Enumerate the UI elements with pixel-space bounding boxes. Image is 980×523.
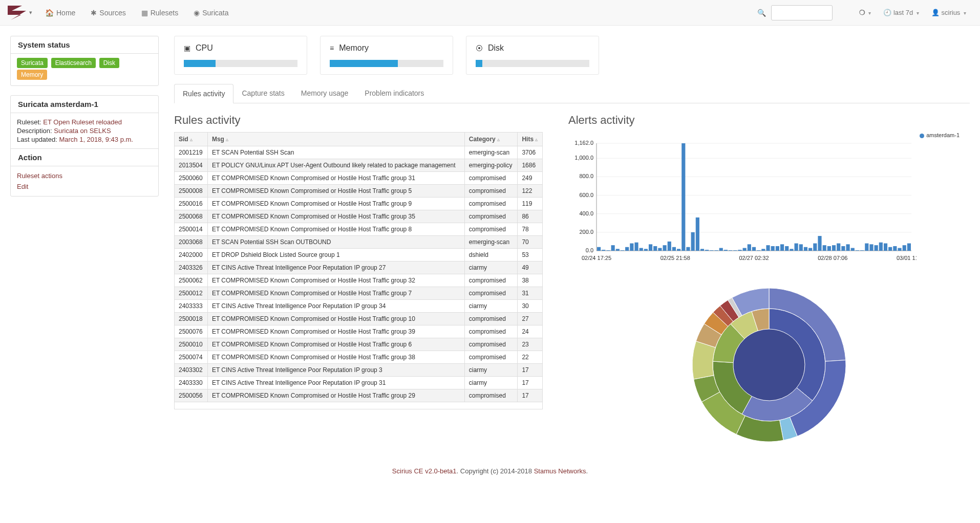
nav-sources[interactable]: ✱ Sources: [83, 0, 133, 26]
cell-category: ciarmy: [464, 300, 518, 313]
table-row[interactable]: 2003068ET SCAN Potential SSH Scan OUTBOU…: [175, 236, 543, 249]
table-row[interactable]: 2500010ET COMPROMISED Known Compromised …: [175, 338, 543, 351]
sort-icon: ▵: [497, 137, 500, 142]
memory-label: Memory: [339, 43, 369, 53]
cell-sid: 2500060: [175, 172, 208, 185]
cell-sid: 2500008: [175, 185, 208, 198]
cell-msg: ET COMPROMISED Known Compromised or Host…: [207, 185, 464, 198]
svg-rect-67: [832, 245, 836, 251]
svg-rect-54: [771, 246, 775, 251]
cell-msg: ET CINS Active Threat Intelligence Poor …: [207, 377, 464, 389]
updated-link[interactable]: March 1, 2018, 9:43 p.m.: [59, 136, 133, 143]
svg-rect-41: [710, 250, 713, 251]
cell-category: compromised: [464, 198, 518, 210]
svg-rect-45: [729, 250, 732, 251]
memory-gauge: ≡Memory: [320, 36, 453, 75]
ruleset-link[interactable]: ET Open Ruleset reloaded: [43, 118, 122, 126]
svg-rect-23: [625, 247, 629, 251]
table-row[interactable]: 2500008ET COMPROMISED Known Compromised …: [175, 185, 543, 198]
cell-msg: ET COMPROMISED Known Compromised or Host…: [207, 172, 464, 185]
svg-rect-83: [907, 244, 911, 251]
search-input[interactable]: [771, 5, 833, 20]
cell-hits: 249: [518, 172, 543, 185]
table-row[interactable]: 2500068ET COMPROMISED Known Compromised …: [175, 210, 543, 223]
table-row[interactable]: 2403330ET CINS Active Threat Intelligenc…: [175, 377, 543, 389]
chevron-down-icon: ▾: [29, 9, 32, 16]
col-hits[interactable]: Hits▵: [518, 133, 543, 146]
user-label: scirius: [942, 9, 961, 16]
cell-msg: ET DROP Dshield Block Listed Source grou…: [207, 249, 464, 262]
table-row[interactable]: 2500076ET COMPROMISED Known Compromised …: [175, 325, 543, 338]
tab-rules-activity[interactable]: Rules activity: [174, 84, 233, 103]
help-icon: ❍: [859, 9, 865, 16]
cell-sid: 2403330: [175, 377, 208, 389]
table-row[interactable]: 2500018ET COMPROMISED Known Compromised …: [175, 313, 543, 325]
brand-logo[interactable]: ▾: [8, 6, 32, 20]
table-row[interactable]: 2402000ET DROP Dshield Block Listed Sour…: [175, 249, 543, 262]
status-badge-elastic[interactable]: Elasticsearch: [51, 58, 96, 68]
footer-company-link[interactable]: Stamus Networks: [534, 467, 586, 475]
tab-memory-usage[interactable]: Memory usage: [293, 84, 357, 103]
tab-capture-stats[interactable]: Capture stats: [233, 84, 292, 103]
footer-copy: . Copyright (c) 2014-2018: [457, 467, 534, 475]
svg-rect-70: [846, 244, 849, 251]
alerts-bar-chart: 0.0200.0400.0600.0800.01,000.01,162.002/…: [568, 138, 917, 266]
search-icon[interactable]: 🔍: [757, 9, 766, 17]
ruleset-actions-link[interactable]: Ruleset actions: [17, 170, 152, 181]
table-row[interactable]: 2500016ET COMPROMISED Known Compromised …: [175, 198, 543, 210]
nav-suricata[interactable]: ◉ Suricata: [186, 0, 236, 26]
svg-rect-68: [837, 244, 840, 251]
table-row[interactable]: 2500060ET COMPROMISED Known Compromised …: [175, 172, 543, 185]
cell-msg: ET CINS Active Threat Intelligence Poor …: [207, 262, 464, 274]
table-row[interactable]: 2500012ET COMPROMISED Known Compromised …: [175, 287, 543, 300]
svg-text:800.0: 800.0: [579, 173, 593, 179]
table-row[interactable]: 2500056ET COMPROMISED Known Compromised …: [175, 389, 543, 402]
table-row[interactable]: 2001219ET SCAN Potential SSH Scanemergin…: [175, 146, 543, 159]
svg-rect-75: [869, 244, 873, 251]
cell-sid: 2003068: [175, 236, 208, 249]
timerange-menu[interactable]: 🕘 last 7d ▾: [877, 9, 925, 16]
ruleset-label: Ruleset:: [17, 118, 41, 126]
col-msg[interactable]: Msg▵: [207, 133, 464, 146]
col-category[interactable]: Category▵: [464, 133, 518, 146]
footer-product-link[interactable]: Scirius CE v2.0-beta1: [392, 467, 457, 475]
cell-category: compromised: [464, 223, 518, 236]
status-badge-suricata[interactable]: Suricata: [17, 58, 48, 68]
footer-end: .: [586, 467, 588, 475]
cell-msg: ET COMPROMISED Known Compromised or Host…: [207, 338, 464, 351]
table-row[interactable]: 2500074ET COMPROMISED Known Compromised …: [175, 351, 543, 364]
action-title: Action: [11, 148, 158, 166]
table-row[interactable]: 2403326ET CINS Active Threat Intelligenc…: [175, 262, 543, 274]
status-badge-disk[interactable]: Disk: [99, 58, 119, 68]
status-badge-memory[interactable]: Memory: [17, 70, 47, 80]
svg-rect-25: [634, 243, 638, 251]
cell-sid: 2500062: [175, 274, 208, 287]
edit-link[interactable]: Edit: [17, 181, 152, 192]
svg-rect-18: [602, 250, 605, 251]
svg-rect-79: [888, 247, 892, 251]
nav-rulesets[interactable]: ▦ Rulesets: [134, 0, 186, 26]
tabs-container: Rules activity Capture stats Memory usag…: [174, 84, 970, 103]
desc-link[interactable]: Suricata on SELKS: [54, 127, 111, 135]
grid-icon: ▦: [141, 9, 148, 17]
cell-hits: 27: [518, 313, 543, 325]
table-row[interactable]: 2013504ET POLICY GNU/Linux APT User-Agen…: [175, 159, 543, 172]
svg-rect-50: [752, 247, 756, 251]
tab-problem-indicators[interactable]: Problem indicators: [356, 84, 432, 103]
svg-rect-58: [790, 249, 793, 251]
col-sid[interactable]: Sid▵: [175, 133, 208, 146]
svg-rect-80: [893, 246, 897, 251]
table-row[interactable]: 2500014ET COMPROMISED Known Compromised …: [175, 223, 543, 236]
table-row[interactable]: 2500062ET COMPROMISED Known Compromised …: [175, 274, 543, 287]
user-menu[interactable]: 👤 scirius ▾: [925, 9, 972, 16]
clock-icon: 🕘: [883, 9, 891, 16]
sort-icon: ▵: [535, 137, 538, 142]
help-menu[interactable]: ❍ ▾: [853, 9, 878, 16]
cell-hits: 17: [518, 364, 543, 377]
table-row[interactable]: 2403302ET CINS Active Threat Intelligenc…: [175, 364, 543, 377]
nav-home[interactable]: 🏠 Home: [37, 0, 83, 26]
svg-rect-39: [700, 249, 704, 251]
table-row[interactable]: 2403333ET CINS Active Threat Intelligenc…: [175, 300, 543, 313]
svg-rect-27: [644, 249, 648, 251]
svg-rect-48: [743, 248, 747, 251]
